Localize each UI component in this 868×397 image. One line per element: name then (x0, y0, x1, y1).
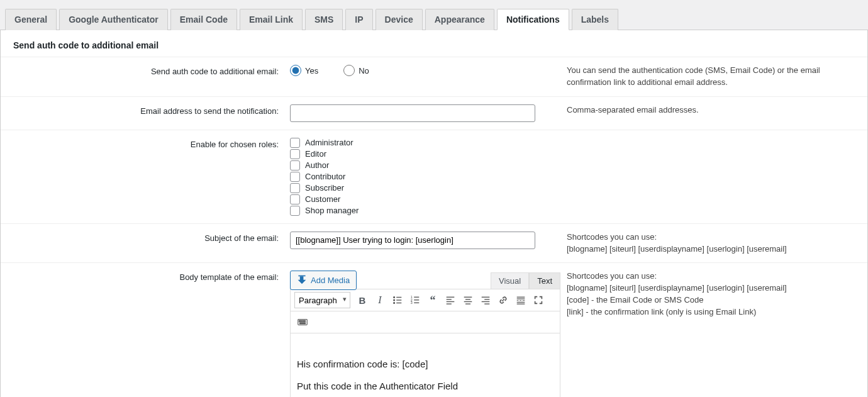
tab-notifications[interactable]: Notifications (497, 9, 569, 30)
label-email-address: Email address to send the notification: (1, 104, 290, 122)
role-contributor[interactable]: Contributor (290, 172, 567, 182)
role-subscriber[interactable]: Subscriber (290, 183, 567, 193)
row-send-additional: Send auth code to additional email: Yes … (1, 57, 867, 97)
bullet-list-button[interactable] (389, 292, 406, 308)
format-select[interactable]: Paragraph (294, 292, 350, 308)
svg-rect-30 (517, 302, 525, 303)
link-button[interactable] (495, 292, 511, 308)
numbered-list-button[interactable]: 123 (407, 292, 423, 308)
tab-ip[interactable]: IP (345, 9, 372, 30)
email-address-input[interactable] (290, 104, 535, 122)
svg-rect-12 (414, 303, 419, 303)
align-left-button[interactable] (442, 292, 459, 308)
svg-point-5 (394, 303, 395, 304)
radio-yes-label: Yes (305, 66, 318, 75)
role-label: Administrator (305, 138, 353, 147)
label-send-additional: Send auth code to additional email: (1, 65, 290, 89)
role-label: Author (305, 160, 329, 170)
settings-tabs: General Google Authenticator Email Code … (0, 9, 868, 30)
row-roles: Enable for chosen roles: Administrator E… (1, 130, 867, 224)
radio-no-input[interactable] (343, 65, 355, 76)
role-label: Customer (305, 194, 340, 204)
tab-email-code[interactable]: Email Code (170, 9, 237, 30)
row-email-address: Email address to send the notification: … (1, 97, 867, 130)
checkbox-subscriber[interactable] (290, 183, 300, 193)
notifications-panel: Send auth code to additional email Send … (0, 30, 868, 397)
role-shop-manager[interactable]: Shop manager (290, 206, 567, 216)
label-body: Body template of the email: (1, 271, 290, 397)
svg-rect-19 (464, 301, 472, 302)
radio-no-label: No (359, 66, 369, 75)
svg-rect-24 (484, 304, 489, 305)
role-author[interactable]: Author (290, 160, 567, 171)
svg-rect-0 (298, 276, 305, 277)
svg-rect-18 (465, 299, 470, 300)
svg-point-1 (394, 297, 395, 298)
checkbox-customer[interactable] (290, 194, 300, 204)
italic-button[interactable]: I (372, 292, 388, 308)
role-label: Contributor (305, 172, 345, 181)
subject-input[interactable] (290, 232, 535, 249)
help-body: Shortcodes you can use: [blogname] [site… (567, 271, 867, 397)
editor-tab-visual[interactable]: Visual (491, 272, 529, 289)
tab-device[interactable]: Device (376, 9, 423, 30)
blockquote-button[interactable]: “ (425, 292, 441, 308)
svg-rect-26 (517, 299, 525, 299)
checkbox-author[interactable] (290, 160, 300, 171)
svg-rect-35 (303, 321, 304, 322)
add-media-button[interactable]: Add Media (290, 271, 357, 290)
editor-line: His confirmation code is: [code] (297, 359, 554, 369)
radio-yes[interactable]: Yes (290, 65, 318, 76)
svg-rect-10 (414, 299, 419, 300)
tab-email-link[interactable]: Email Link (240, 9, 303, 30)
align-center-button[interactable] (460, 292, 476, 308)
editor-toolbar-row2 (290, 311, 560, 333)
role-label: Shop manager (305, 206, 359, 215)
radio-yes-input[interactable] (290, 65, 301, 76)
align-right-button[interactable] (477, 292, 494, 308)
editor-content[interactable]: His confirmation code is: [code] Put thi… (290, 333, 560, 397)
svg-rect-21 (482, 297, 490, 298)
radio-no[interactable]: No (343, 65, 369, 76)
svg-rect-28 (520, 300, 521, 301)
row-body: Body template of the email: Add Media Vi… (1, 263, 867, 397)
tab-sms[interactable]: SMS (305, 9, 343, 30)
checkbox-shop-manager[interactable] (290, 206, 300, 216)
svg-rect-23 (482, 301, 490, 302)
tab-general[interactable]: General (5, 9, 57, 30)
svg-rect-25 (517, 297, 525, 298)
svg-rect-17 (464, 297, 472, 298)
svg-rect-31 (517, 304, 525, 305)
role-customer[interactable]: Customer (290, 194, 567, 204)
editor-line: Put this code in the Authenticator Field (297, 381, 554, 391)
bold-button[interactable]: B (354, 292, 370, 308)
editor-tab-text[interactable]: Text (529, 272, 560, 289)
editor-toolbar: Paragraph B I 123 “ (290, 289, 560, 311)
read-more-button[interactable] (513, 292, 529, 308)
tab-labels[interactable]: Labels (572, 9, 618, 30)
tab-google-authenticator[interactable]: Google Authenticator (59, 9, 168, 30)
help-subject: Shortcodes you can use: [blogname] [site… (567, 232, 867, 255)
role-editor[interactable]: Editor (290, 149, 567, 159)
svg-rect-29 (523, 300, 525, 301)
row-subject: Subject of the email: Shortcodes you can… (1, 224, 867, 264)
role-administrator[interactable]: Administrator (290, 138, 567, 148)
help-send-additional: You can send the authentication code (SM… (567, 65, 867, 89)
checkbox-administrator[interactable] (290, 138, 300, 148)
role-label: Subscriber (305, 183, 344, 193)
svg-rect-13 (447, 297, 455, 298)
svg-text:3: 3 (411, 301, 413, 305)
svg-rect-22 (484, 299, 489, 300)
svg-rect-15 (447, 301, 455, 302)
add-media-icon (297, 274, 307, 286)
svg-rect-20 (465, 304, 470, 305)
svg-rect-14 (447, 299, 452, 300)
checkbox-editor[interactable] (290, 149, 300, 159)
keyboard-icon[interactable] (294, 314, 311, 330)
checkbox-contributor[interactable] (290, 172, 300, 182)
tab-appearance[interactable]: Appearance (425, 9, 494, 30)
svg-rect-27 (517, 300, 519, 301)
label-subject: Subject of the email: (1, 232, 290, 255)
svg-rect-37 (300, 323, 306, 324)
fullscreen-button[interactable] (530, 292, 547, 308)
